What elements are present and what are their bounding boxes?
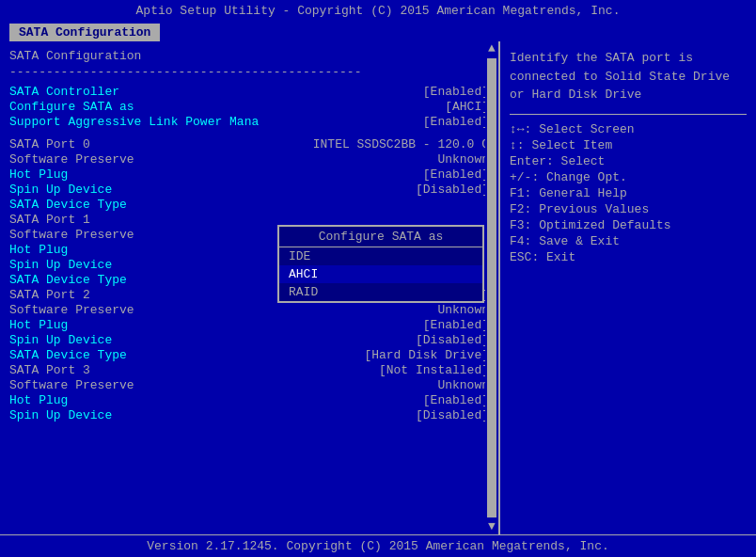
tab-row: SATA Configuration — [0, 22, 756, 41]
value-sw-preserve3: Unknown — [437, 378, 489, 392]
row-sw-preserve2: Software Preserve Unknown — [9, 303, 489, 317]
scrollbar[interactable]: ▲ ▼ — [485, 41, 498, 534]
value-spinup2: [Disabled] — [416, 333, 489, 347]
shortcut-select-item: ↕: Select Item — [510, 138, 747, 152]
scroll-up-arrow[interactable]: ▲ — [488, 41, 496, 56]
row-sw-preserve3: Software Preserve Unknown — [9, 378, 489, 392]
dropdown-item-ahci[interactable]: AHCI — [279, 265, 482, 283]
value-hotplug3: [Enabled] — [423, 393, 489, 407]
value-sata-port0: INTEL SSDSC2BB - 120.0 G — [313, 137, 489, 151]
row-spinup0[interactable]: Spin Up Device [Disabled] — [9, 183, 489, 197]
label-spinup2: Spin Up Device — [9, 333, 112, 347]
value-hotplug2: [Enabled] — [423, 318, 489, 332]
value-sata-port3: [Not Installed] — [379, 363, 489, 377]
label-sw-preserve3: Software Preserve — [9, 378, 134, 392]
shortcut-enter: Enter: Select — [510, 154, 747, 168]
row-sata-controller[interactable]: SATA Controller [Enabled] — [9, 85, 489, 99]
row-hotplug0[interactable]: Hot Plug [Enabled] — [9, 167, 489, 182]
value-aggressive-link: [Enabled] — [423, 115, 489, 129]
label-configure-sata: Configure SATA as — [9, 100, 134, 114]
label-sw-preserve1: Software Preserve — [9, 228, 134, 242]
shortcut-select-screen: ↕↔: Select Screen — [510, 122, 747, 136]
bottom-bar: Version 2.17.1245. Copyright (C) 2015 Am… — [0, 534, 756, 557]
row-configure-sata[interactable]: Configure SATA as [AHCI] — [9, 100, 489, 114]
value-sw-preserve0: Unknown — [437, 152, 489, 167]
row-sata-port3: SATA Port 3 [Not Installed] — [9, 363, 489, 377]
value-spinup3: [Disabled] — [416, 408, 489, 422]
label-sata-port3: SATA Port 3 — [9, 363, 90, 377]
value-configure-sata: [AHCI] — [445, 100, 489, 114]
label-hotplug2: Hot Plug — [9, 318, 68, 332]
label-aggressive-link: Support Aggressive Link Power Mana — [9, 115, 259, 129]
value-devicetype2: [Hard Disk Drive] — [364, 348, 489, 362]
row-hotplug2[interactable]: Hot Plug [Enabled] — [9, 318, 489, 332]
value-sata-controller: [Enabled] — [423, 85, 489, 99]
value-spinup0: [Disabled] — [416, 183, 489, 197]
shortcut-f4: F4: Save & Exit — [510, 234, 747, 248]
right-divider — [510, 114, 747, 115]
label-devicetype1: SATA Device Type — [9, 273, 127, 287]
dropdown-title: Configure SATA as — [279, 227, 482, 247]
label-spinup3: Spin Up Device — [9, 408, 112, 422]
section-title: SATA Configuration — [9, 49, 489, 63]
row-devicetype0[interactable]: SATA Device Type — [9, 198, 489, 212]
help-text: Identify the SATA port is connected to S… — [510, 49, 747, 104]
shortcut-f2: F2: Previous Values — [510, 202, 747, 216]
dropdown-item-ide[interactable]: IDE — [279, 247, 482, 265]
row-hotplug3[interactable]: Hot Plug [Enabled] — [9, 393, 489, 407]
shortcut-esc: ESC: Exit — [510, 250, 747, 264]
row-spinup3[interactable]: Spin Up Device [Disabled] — [9, 408, 489, 422]
label-sw-preserve0: Software Preserve — [9, 152, 134, 167]
label-sata-port2: SATA Port 2 — [9, 288, 90, 302]
divider-line: ----------------------------------------… — [9, 65, 489, 79]
label-devicetype2: SATA Device Type — [9, 348, 127, 362]
shortcut-f3: F3: Optimized Defaults — [510, 218, 747, 232]
scroll-down-arrow[interactable]: ▼ — [488, 519, 496, 534]
dropdown-configure-sata[interactable]: Configure SATA as IDE AHCI RAID — [277, 225, 484, 303]
label-sata-port1: SATA Port 1 — [9, 213, 90, 227]
main-content: SATA Configuration ---------------------… — [0, 41, 756, 534]
row-aggressive-link[interactable]: Support Aggressive Link Power Mana [Enab… — [9, 115, 489, 129]
right-panel: Identify the SATA port is connected to S… — [498, 41, 756, 534]
row-sw-preserve0: Software Preserve Unknown — [9, 152, 489, 167]
title-bar: Aptio Setup Utility - Copyright (C) 2015… — [0, 0, 756, 22]
row-sata-port0: SATA Port 0 INTEL SSDSC2BB - 120.0 G — [9, 137, 489, 151]
row-devicetype2[interactable]: SATA Device Type [Hard Disk Drive] — [9, 348, 489, 362]
scroll-thumb[interactable] — [487, 58, 496, 518]
value-sw-preserve2: Unknown — [437, 303, 489, 317]
label-hotplug1: Hot Plug — [9, 243, 68, 257]
shortcut-f1: F1: General Help — [510, 186, 747, 200]
label-spinup0: Spin Up Device — [9, 183, 112, 197]
left-panel: SATA Configuration ---------------------… — [0, 41, 498, 534]
row-spinup2[interactable]: Spin Up Device [Disabled] — [9, 333, 489, 347]
tab-sata-configuration[interactable]: SATA Configuration — [9, 24, 160, 41]
spacer-1 — [9, 130, 489, 137]
label-sw-preserve2: Software Preserve — [9, 303, 134, 317]
label-spinup1: Spin Up Device — [9, 258, 112, 272]
value-hotplug0: [Enabled] — [423, 167, 489, 182]
label-sata-controller: SATA Controller — [9, 85, 119, 99]
label-devicetype0: SATA Device Type — [9, 198, 127, 212]
label-hotplug3: Hot Plug — [9, 393, 68, 407]
label-sata-port0: SATA Port 0 — [9, 137, 90, 151]
shortcut-change-opt: +/-: Change Opt. — [510, 170, 747, 184]
dropdown-item-raid[interactable]: RAID — [279, 283, 482, 301]
label-hotplug0: Hot Plug — [9, 167, 68, 182]
